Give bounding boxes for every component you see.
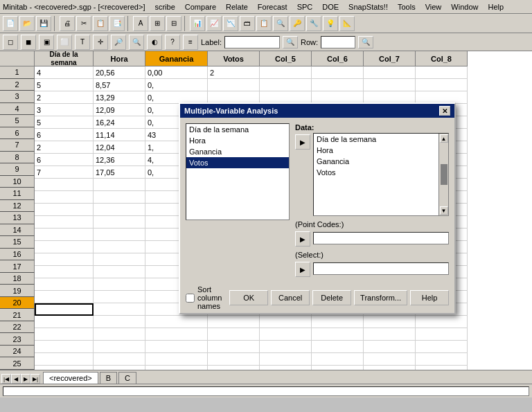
row-header-13[interactable]: 13 (0, 212, 35, 224)
rt-btn-7[interactable]: 🔎 (111, 35, 126, 50)
cell-12-dia[interactable] (35, 204, 94, 216)
rt-btn-9[interactable]: ◐ (147, 35, 162, 50)
row-header-7[interactable]: 7 (0, 139, 35, 152)
tb-btn-20[interactable]: 📐 (339, 16, 355, 31)
cell-5-dia[interactable]: 5 (35, 116, 94, 129)
cell-14-dia[interactable] (35, 229, 94, 241)
label-input[interactable] (224, 36, 280, 48)
cell-23-votos[interactable] (208, 341, 260, 353)
data-listbox-item[interactable]: Votos (314, 167, 438, 178)
cell-25-col7[interactable] (364, 366, 416, 370)
cell-4-dia[interactable]: 3 (35, 104, 94, 116)
row-header-22[interactable]: 22 (0, 321, 35, 334)
var-listbox-item[interactable]: Día de la semana (186, 124, 289, 135)
cell-24-col7[interactable] (364, 353, 416, 366)
row-header-18[interactable]: 18 (0, 273, 35, 285)
cell-25-dia[interactable] (35, 366, 94, 370)
row-header-16[interactable]: 16 (0, 249, 35, 261)
tb-btn-15[interactable]: 📋 (256, 16, 272, 31)
cell-2-col5[interactable] (260, 79, 312, 91)
ok-button[interactable]: OK (229, 290, 268, 305)
cell-24-col6[interactable] (312, 353, 364, 366)
cell-23-col7[interactable] (364, 341, 416, 353)
tb-btn-3[interactable]: 💾 (36, 16, 51, 31)
row-header-5[interactable]: 5 (0, 115, 35, 127)
cell-8-dia[interactable]: 6 (35, 154, 94, 166)
point-codes-input[interactable] (313, 232, 449, 244)
cell-9-dia[interactable]: 7 (35, 166, 94, 179)
point-codes-arrow-btn[interactable]: ▶ (295, 231, 310, 247)
data-scroll-down[interactable]: ▼ (440, 206, 448, 215)
cell-25-col5[interactable] (260, 366, 312, 370)
tb-btn-14[interactable]: 🗃 (240, 16, 255, 31)
row-header-11[interactable]: 11 (0, 188, 35, 200)
row-header-4[interactable]: 4 (0, 103, 35, 116)
cell-22-col7[interactable] (364, 328, 416, 341)
menu-doe[interactable]: DOE (318, 1, 343, 12)
cell-2-ganancia[interactable]: 0, (145, 79, 208, 91)
row-header-25[interactable]: 25 (0, 357, 35, 370)
cell-23-col6[interactable] (312, 341, 364, 353)
cell-21-col6[interactable] (312, 316, 364, 328)
nav-first[interactable]: |◀ (1, 374, 11, 384)
tb-btn-18[interactable]: 🔧 (306, 16, 321, 31)
cell-25-col6[interactable] (312, 366, 364, 370)
row-header-15[interactable]: 15 (0, 236, 35, 249)
cell-21-hora[interactable] (94, 316, 145, 328)
rt-btn-10[interactable]: ? (165, 35, 180, 50)
rt-btn-11[interactable]: ≡ (183, 35, 198, 50)
cell-11-dia[interactable] (35, 191, 94, 204)
cell-7-dia[interactable]: 2 (35, 141, 94, 154)
cell-10-hora[interactable] (94, 179, 145, 191)
cell-1-ganancia[interactable]: 0,00 (145, 66, 208, 79)
cell-18-dia[interactable] (35, 278, 94, 291)
row-header-1[interactable]: 1 (0, 66, 35, 79)
tb-btn-9[interactable]: ⊞ (150, 16, 165, 31)
help-button[interactable]: Help (410, 290, 449, 305)
cell-22-col5[interactable] (260, 328, 312, 341)
cell-16-dia[interactable] (35, 253, 94, 266)
row-header-3[interactable]: 3 (0, 91, 35, 103)
cell-23-col8[interactable] (416, 341, 468, 353)
row-header-8[interactable]: 8 (0, 152, 35, 164)
rt-btn-2[interactable]: ◼ (21, 35, 36, 50)
menu-tools[interactable]: Tools (393, 1, 420, 12)
cell-15-dia[interactable] (35, 241, 94, 253)
tb-btn-4[interactable]: 🖨 (60, 16, 75, 31)
cell-13-dia[interactable] (35, 216, 94, 229)
row-header-20[interactable]: 20 (0, 297, 35, 310)
var-listbox-item[interactable]: Hora (186, 135, 289, 146)
menu-view[interactable]: View (421, 1, 446, 12)
sort-checkbox[interactable] (186, 294, 195, 303)
cell-2-votos[interactable] (208, 79, 260, 91)
scroll-track[interactable] (3, 386, 529, 396)
menu-spc[interactable]: SPC (293, 1, 317, 12)
cell-10-dia[interactable] (35, 179, 94, 191)
cell-1-col6[interactable] (312, 66, 364, 79)
row-search-btn[interactable]: 🔍 (358, 36, 373, 48)
cancel-button[interactable]: Cancel (271, 290, 310, 305)
menu-window[interactable]: Window (447, 1, 482, 12)
select-arrow-btn[interactable]: ▶ (295, 262, 310, 277)
col-header-col5[interactable]: Col_5 (260, 51, 312, 66)
cell-17-hora[interactable] (94, 266, 145, 278)
row-header-24[interactable]: 24 (0, 346, 35, 358)
cell-1-dia[interactable]: 4 (35, 66, 94, 79)
cell-24-col5[interactable] (260, 353, 312, 366)
cell-6-hora[interactable]: 11,14 (94, 129, 145, 141)
cell-21-ganancia[interactable] (145, 316, 208, 328)
label-search-btn[interactable]: 🔍 (283, 36, 298, 48)
tb-btn-12[interactable]: 📈 (206, 16, 222, 31)
cell-8-hora[interactable]: 12,36 (94, 154, 145, 166)
rt-btn-1[interactable]: ◻ (3, 35, 18, 50)
dialog-variable-listbox[interactable]: Día de la semanaHoraGananciaVotos (186, 123, 290, 220)
tb-btn-17[interactable]: 🔑 (290, 16, 305, 31)
cell-12-hora[interactable] (94, 204, 145, 216)
cell-3-dia[interactable]: 2 (35, 91, 94, 104)
col-header-col7[interactable]: Col_7 (364, 51, 416, 66)
cell-1-col8[interactable] (416, 66, 468, 79)
cell-2-col8[interactable] (416, 79, 468, 91)
data-listbox-item[interactable]: Ganancia (314, 156, 438, 167)
tb-btn-5[interactable]: ✂ (76, 16, 91, 31)
dialog-close-btn[interactable]: ✕ (439, 106, 450, 116)
